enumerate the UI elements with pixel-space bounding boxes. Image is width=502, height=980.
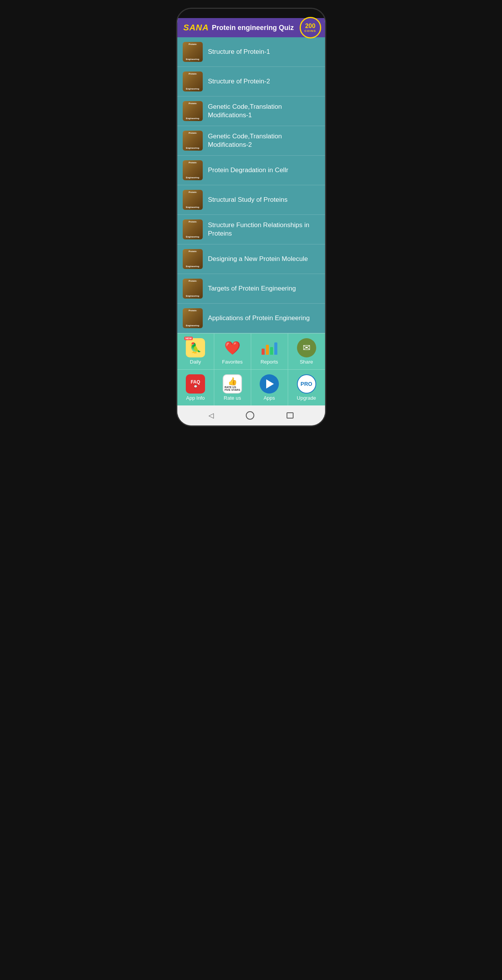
quiz-item-6[interactable]: Protein Engineering Structural Study of … [177, 185, 325, 215]
quiz-icon-3: Protein Engineering [183, 101, 203, 121]
icon-bg-2: Protein Engineering [183, 71, 203, 91]
phone-frame: SANA Protein engineering Quiz 200 COINS … [176, 8, 326, 427]
quiz-item-9[interactable]: Protein Engineering Targets of Protein E… [177, 274, 325, 304]
sana-logo: SANA [183, 23, 209, 33]
coins-badge: 200 COINS [300, 17, 321, 38]
quiz-item-1[interactable]: Protein Engineering Structure of Protein… [177, 37, 325, 67]
reports-icon [260, 338, 279, 357]
faq-bubble: 💬 [194, 385, 197, 388]
nav-reports[interactable]: Reports [251, 334, 288, 369]
nav-share[interactable]: ✉ Share [288, 334, 325, 369]
home-button[interactable] [246, 411, 254, 420]
bar-2 [266, 345, 269, 355]
quiz-label-7: Structure Function Relationships in Prot… [208, 221, 320, 238]
app-info-label: App Info [186, 395, 205, 401]
icon-bg-5: Protein Engineering [183, 160, 203, 180]
share-label: Share [300, 359, 313, 365]
favorites-icon: ❤️ [223, 338, 242, 357]
daily-icon-wrapper: NEW 🦜 [186, 338, 205, 357]
back-button[interactable]: ◁ [208, 411, 214, 420]
quiz-icon-1: Protein Engineering [183, 42, 203, 62]
upgrade-label: Upgrade [297, 395, 316, 401]
coins-amount: 200 [305, 23, 315, 29]
bar-1 [262, 349, 265, 355]
reports-label: Reports [260, 359, 278, 365]
share-icon-wrapper: ✉ [297, 338, 316, 357]
status-bar [177, 9, 325, 18]
quiz-icon-4: Protein Engineering [183, 131, 203, 151]
pro-icon: PRO [297, 374, 316, 394]
quiz-item-3[interactable]: Protein Engineering Genetic Code,Transla… [177, 96, 325, 126]
icon-bg-6: Protein Engineering [183, 190, 203, 210]
bottom-nav: NEW 🦜 Daily ❤️ Favorites [177, 333, 325, 405]
rate-us-icon: 👍 RATE USFIVE STARS [223, 374, 242, 394]
quiz-item-10[interactable]: Protein Engineering Applications of Prot… [177, 304, 325, 333]
faq-text-icon: FAQ [191, 380, 200, 384]
thumbs-up-icon: 👍 [228, 377, 237, 386]
icon-bg-3: Protein Engineering [183, 101, 203, 121]
quiz-label-5: Protein Degradation in Cellr [208, 166, 289, 174]
quiz-label-3: Genetic Code,Translation Modifications-1 [208, 103, 320, 120]
share-circle-icon: ✉ [297, 338, 316, 357]
bird-icon: 🦜 [189, 343, 202, 353]
recents-button[interactable] [287, 412, 294, 419]
app-title: Protein engineering Quiz [212, 24, 294, 32]
quiz-label-10: Applications of Protein Engineering [208, 314, 310, 322]
bar-3 [270, 347, 273, 355]
upgrade-icon-wrapper: PRO [297, 374, 316, 394]
reports-icon-wrapper [260, 338, 279, 357]
quiz-icon-6: Protein Engineering [183, 190, 203, 210]
nav-apps[interactable]: Apps [251, 370, 288, 405]
nav-row-1: NEW 🦜 Daily ❤️ Favorites [177, 333, 325, 369]
quiz-label-6: Structural Study of Proteins [208, 196, 288, 204]
app-container: SANA Protein engineering Quiz 200 COINS … [177, 18, 325, 425]
app-header: SANA Protein engineering Quiz 200 COINS [177, 18, 325, 37]
quiz-icon-5: Protein Engineering [183, 160, 203, 180]
five-stars-text: RATE USFIVE STARS [225, 386, 240, 391]
bar-chart-icon [262, 341, 277, 355]
apps-circle-icon [260, 374, 279, 394]
quiz-item-7[interactable]: Protein Engineering Structure Function R… [177, 215, 325, 244]
new-badge: NEW [184, 337, 193, 340]
nav-rate-us[interactable]: 👍 RATE USFIVE STARS Rate us [214, 370, 251, 405]
quiz-item-2[interactable]: Protein Engineering Structure of Protein… [177, 67, 325, 96]
pro-text: PRO [300, 381, 312, 387]
quiz-label-1: Structure of Protein-1 [208, 48, 270, 56]
quiz-list: Protein Engineering Structure of Protein… [177, 37, 325, 333]
quiz-icon-10: Protein Engineering [183, 308, 203, 328]
quiz-icon-7: Protein Engineering [183, 219, 203, 239]
android-nav-bar: ◁ [177, 405, 325, 425]
favorites-label: Favorites [222, 359, 242, 365]
quiz-item-4[interactable]: Protein Engineering Genetic Code,Transla… [177, 126, 325, 156]
daily-icon: NEW 🦜 [186, 338, 205, 357]
play-icon [266, 379, 274, 389]
faq-icon: FAQ 💬 [186, 374, 205, 394]
quiz-label-8: Designing a New Protein Molecule [208, 255, 308, 263]
rate-us-label: Rate us [224, 395, 241, 401]
nav-row-2: FAQ 💬 App Info 👍 RATE USFIVE STARS Rate … [177, 369, 325, 405]
icon-bg-9: Protein Engineering [183, 279, 203, 299]
icon-bg-4: Protein Engineering [183, 131, 203, 151]
quiz-icon-2: Protein Engineering [183, 71, 203, 91]
rate-us-icon-wrapper: 👍 RATE USFIVE STARS [223, 374, 242, 394]
icon-bg-1: Protein Engineering [183, 42, 203, 62]
quiz-label-2: Structure of Protein-2 [208, 77, 270, 86]
apps-label: Apps [264, 395, 275, 401]
daily-label: Daily [190, 359, 201, 365]
quiz-label-9: Targets of Protein Engineering [208, 284, 296, 293]
nav-favorites[interactable]: ❤️ Favorites [214, 334, 251, 369]
heart-icon: ❤️ [224, 340, 240, 355]
quiz-label-4: Genetic Code,Translation Modifications-2 [208, 132, 320, 149]
nav-daily[interactable]: NEW 🦜 Daily [177, 334, 214, 369]
quiz-item-5[interactable]: Protein Engineering Protein Degradation … [177, 156, 325, 185]
favorites-icon-wrapper: ❤️ [223, 338, 242, 357]
app-info-icon-wrapper: FAQ 💬 [186, 374, 205, 394]
nav-upgrade[interactable]: PRO Upgrade [288, 370, 325, 405]
envelope-icon: ✉ [303, 342, 310, 353]
nav-app-info[interactable]: FAQ 💬 App Info [177, 370, 214, 405]
quiz-icon-9: Protein Engineering [183, 279, 203, 299]
quiz-item-8[interactable]: Protein Engineering Designing a New Prot… [177, 244, 325, 274]
quiz-icon-8: Protein Engineering [183, 249, 203, 269]
header-title-area: SANA Protein engineering Quiz [183, 23, 294, 33]
icon-bg-10: Protein Engineering [183, 308, 203, 328]
